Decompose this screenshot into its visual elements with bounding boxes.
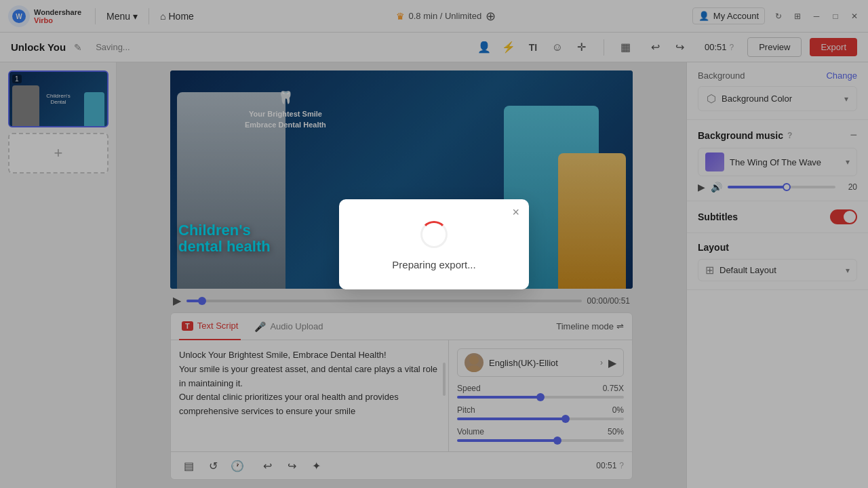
modal-close-button[interactable]: ×: [512, 206, 519, 218]
loading-spinner: [420, 221, 448, 248]
export-modal: × Preparing export...: [339, 199, 529, 289]
modal-preparing-text: Preparing export...: [392, 259, 475, 270]
modal-overlay: × Preparing export...: [0, 0, 868, 488]
